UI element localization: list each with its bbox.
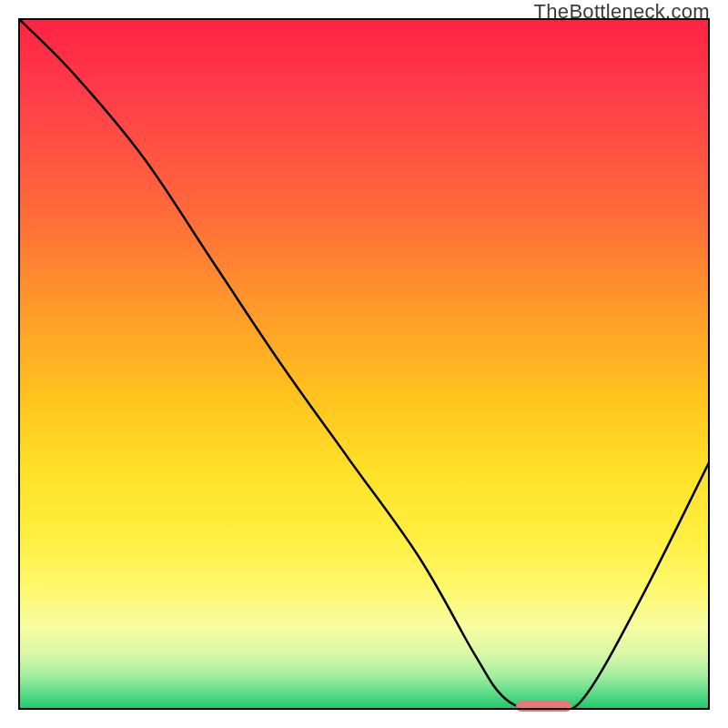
optimal-range-marker [516,701,571,712]
watermark-label: TheBottleneck.com [534,0,710,24]
gradient-background [18,18,710,710]
chart-frame: TheBottleneck.com [0,0,728,728]
